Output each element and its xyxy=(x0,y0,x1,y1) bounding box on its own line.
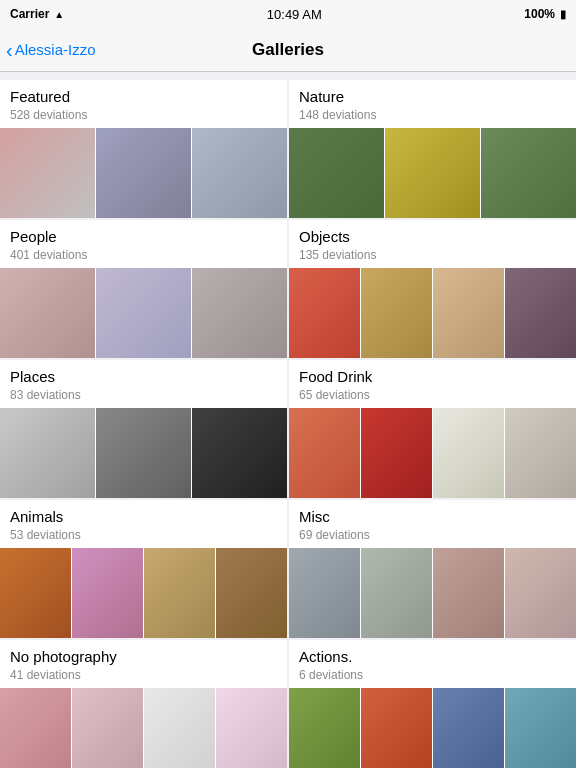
status-time: 10:49 AM xyxy=(267,7,322,22)
gallery-title-places: Places xyxy=(10,368,277,386)
gallery-thumb xyxy=(192,408,287,498)
status-right: 100% xyxy=(524,7,566,21)
gallery-title-nature: Nature xyxy=(299,88,566,106)
gallery-title-featured: Featured xyxy=(10,88,277,106)
gallery-count-featured: 528 deviations xyxy=(10,108,277,122)
gallery-thumb xyxy=(144,688,215,768)
gallery-container: Featured 528 deviations Nature 148 devia… xyxy=(0,72,576,768)
gallery-item-actions[interactable]: Actions. 6 deviations xyxy=(289,640,576,768)
gallery-item-misc[interactable]: Misc 69 deviations xyxy=(289,500,576,638)
chevron-left-icon xyxy=(6,40,13,60)
gallery-thumb xyxy=(361,688,432,768)
gallery-images-objects xyxy=(289,268,576,358)
gallery-images-fooddrink xyxy=(289,408,576,498)
gallery-thumb xyxy=(192,268,287,358)
gallery-images-featured xyxy=(0,128,287,218)
gallery-title-animals: Animals xyxy=(10,508,277,526)
gallery-title-misc: Misc xyxy=(299,508,566,526)
battery-icon xyxy=(560,7,566,21)
gallery-thumb xyxy=(433,268,504,358)
back-label: Alessia-Izzo xyxy=(15,41,96,58)
gallery-thumb xyxy=(385,128,480,218)
gallery-item-featured[interactable]: Featured 528 deviations xyxy=(0,80,287,218)
gallery-thumb xyxy=(216,548,287,638)
gallery-row-2: People 401 deviations Objects 135 deviat… xyxy=(0,220,576,358)
gallery-thumb xyxy=(433,548,504,638)
gallery-thumb xyxy=(289,548,360,638)
gallery-row-5: No photography 41 deviations Actions. 6 … xyxy=(0,640,576,768)
gallery-thumb xyxy=(505,688,576,768)
gallery-thumb xyxy=(144,548,215,638)
gallery-thumb xyxy=(192,128,287,218)
page-title: Galleries xyxy=(252,40,324,60)
gallery-thumb xyxy=(72,688,143,768)
gallery-thumb xyxy=(505,268,576,358)
gallery-thumb xyxy=(96,268,191,358)
gallery-thumb xyxy=(433,408,504,498)
gallery-count-misc: 69 deviations xyxy=(299,528,566,542)
gallery-count-actions: 6 deviations xyxy=(299,668,566,682)
gallery-item-nature[interactable]: Nature 148 deviations xyxy=(289,80,576,218)
gallery-count-nophoto: 41 deviations xyxy=(10,668,277,682)
gallery-thumb xyxy=(505,408,576,498)
gallery-thumb xyxy=(289,268,360,358)
gallery-thumb xyxy=(96,408,191,498)
gallery-item-fooddrink[interactable]: Food Drink 65 deviations xyxy=(289,360,576,498)
gallery-count-animals: 53 deviations xyxy=(10,528,277,542)
nav-bar: Alessia-Izzo Galleries xyxy=(0,28,576,72)
gallery-thumb xyxy=(289,688,360,768)
gallery-thumb xyxy=(481,128,576,218)
gallery-count-fooddrink: 65 deviations xyxy=(299,388,566,402)
gallery-item-nophoto[interactable]: No photography 41 deviations xyxy=(0,640,287,768)
gallery-images-misc xyxy=(289,548,576,638)
gallery-thumb xyxy=(361,408,432,498)
gallery-thumb xyxy=(505,548,576,638)
gallery-row-3: Places 83 deviations Food Drink 65 devia… xyxy=(0,360,576,498)
gallery-thumb xyxy=(0,128,95,218)
gallery-thumb xyxy=(433,688,504,768)
gallery-item-people[interactable]: People 401 deviations xyxy=(0,220,287,358)
gallery-thumb xyxy=(0,408,95,498)
gallery-thumb xyxy=(96,128,191,218)
gallery-count-places: 83 deviations xyxy=(10,388,277,402)
gallery-images-nature xyxy=(289,128,576,218)
gallery-row-1: Featured 528 deviations Nature 148 devia… xyxy=(0,80,576,218)
gallery-item-objects[interactable]: Objects 135 deviations xyxy=(289,220,576,358)
gallery-title-people: People xyxy=(10,228,277,246)
gallery-thumb xyxy=(216,688,287,768)
gallery-count-objects: 135 deviations xyxy=(299,248,566,262)
gallery-count-people: 401 deviations xyxy=(10,248,277,262)
status-left: Carrier xyxy=(10,7,64,21)
gallery-item-animals[interactable]: Animals 53 deviations xyxy=(0,500,287,638)
gallery-thumb xyxy=(289,128,384,218)
gallery-title-actions: Actions. xyxy=(299,648,566,666)
gallery-images-people xyxy=(0,268,287,358)
gallery-count-nature: 148 deviations xyxy=(299,108,566,122)
gallery-images-places xyxy=(0,408,287,498)
gallery-thumb xyxy=(289,408,360,498)
gallery-title-fooddrink: Food Drink xyxy=(299,368,566,386)
gallery-thumb xyxy=(0,548,71,638)
gallery-images-animals xyxy=(0,548,287,638)
gallery-thumb xyxy=(361,548,432,638)
gallery-thumb xyxy=(72,548,143,638)
status-bar: Carrier 10:49 AM 100% xyxy=(0,0,576,28)
gallery-title-nophoto: No photography xyxy=(10,648,277,666)
gallery-thumb xyxy=(0,268,95,358)
gallery-thumb xyxy=(0,688,71,768)
carrier-label: Carrier xyxy=(10,7,49,21)
battery-label: 100% xyxy=(524,7,555,21)
back-button[interactable]: Alessia-Izzo xyxy=(6,40,96,60)
gallery-row-4: Animals 53 deviations Misc 69 deviations xyxy=(0,500,576,638)
gallery-thumb xyxy=(361,268,432,358)
wifi-icon xyxy=(54,7,64,21)
gallery-item-places[interactable]: Places 83 deviations xyxy=(0,360,287,498)
gallery-title-objects: Objects xyxy=(299,228,566,246)
gallery-images-nophoto xyxy=(0,688,287,768)
gallery-images-actions xyxy=(289,688,576,768)
